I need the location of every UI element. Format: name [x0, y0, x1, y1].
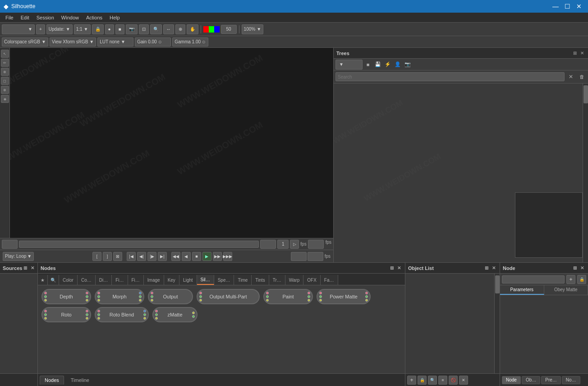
playback-fps-display[interactable]	[291, 252, 307, 261]
tab-tr[interactable]: Tr…	[269, 275, 285, 285]
rewind-fast-btn[interactable]: ◀◀	[171, 252, 180, 261]
nodes-tab-nodes[interactable]: Nodes	[40, 376, 64, 385]
pan-button[interactable]: ✋	[187, 24, 198, 34]
objlist-delete-btn[interactable]: ✕	[459, 376, 468, 385]
trees-expand-btn[interactable]: ⊞	[572, 50, 578, 56]
trees-delete-btn[interactable]: 🗑	[577, 72, 586, 81]
objlist-scrollbar-thumb[interactable]	[495, 275, 500, 293]
transform-button[interactable]: ⊕	[175, 24, 185, 34]
node-morph[interactable]: Morph	[95, 289, 144, 304]
minimize-button[interactable]: —	[550, 2, 561, 11]
tab-color[interactable]: Color	[59, 275, 78, 285]
add-button[interactable]: +	[36, 24, 45, 34]
go-start-btn[interactable]: |◀	[127, 252, 136, 261]
rgb-value-input[interactable]	[221, 25, 237, 34]
lut-dropdown[interactable]: LUT none ▼	[97, 37, 133, 47]
tab-light[interactable]: Light	[179, 275, 197, 285]
menu-edit[interactable]: Edit	[17, 14, 33, 21]
tab-fi1[interactable]: Fi…	[112, 275, 128, 285]
lock-button[interactable]: 🔒	[92, 24, 104, 34]
objlist-close-btn[interactable]: ✕	[491, 265, 497, 271]
mark-in-btn[interactable]: [	[92, 252, 101, 261]
gamma-reset[interactable]: ⊙	[202, 40, 206, 44]
trees-view-dropdown[interactable]: ▼	[335, 60, 363, 70]
node-lock-btn[interactable]: 🔒	[577, 275, 586, 284]
tab-di[interactable]: Di…	[96, 275, 112, 285]
trees-search-clear[interactable]: ✕	[566, 72, 575, 81]
end-frame-input[interactable]	[260, 240, 276, 249]
tab-co[interactable]: Co…	[78, 275, 96, 285]
trees-icon-save[interactable]: 💾	[373, 60, 382, 69]
objlist-menu-btn[interactable]: ≡	[438, 376, 447, 385]
tab-spe[interactable]: Spe…	[214, 275, 234, 285]
loop-mode-dropdown[interactable]: Play: Loop ▼	[3, 252, 34, 261]
trees-icon-user[interactable]: 👤	[393, 60, 402, 69]
screen-button[interactable]: ⊡	[139, 24, 149, 34]
tab-fi2[interactable]: Fi…	[128, 275, 144, 285]
node-output-multipart[interactable]: Output Multi-Part	[197, 289, 260, 304]
node-roto[interactable]: Roto	[41, 307, 91, 322]
tool-select[interactable]: ↖	[1, 50, 9, 58]
close-button[interactable]: ✕	[574, 2, 584, 11]
node-add-btn[interactable]: +	[566, 275, 575, 284]
frame-advance-btn[interactable]: ▷	[290, 240, 299, 249]
ratio-dropdown[interactable]: 1:1 ▼	[74, 24, 91, 34]
maximize-button[interactable]: ☐	[562, 2, 573, 11]
square-button[interactable]: ■	[115, 24, 124, 34]
tab-favorite[interactable]: ★	[38, 275, 48, 285]
start-frame-input[interactable]	[2, 240, 18, 249]
trees-scrollbar[interactable]	[583, 84, 588, 262]
tab-warp[interactable]: Warp	[285, 275, 304, 285]
mark-out-btn[interactable]: ]	[103, 252, 112, 261]
menu-file[interactable]: File	[2, 14, 17, 21]
source-dropdown[interactable]: ▼	[2, 24, 35, 34]
props-tab-obey-matte[interactable]: Obey Matte	[544, 285, 588, 295]
objlist-lock-btn[interactable]: 🔒	[418, 376, 427, 385]
circle-button[interactable]: ●	[105, 24, 114, 34]
node-zmatte[interactable]: zMatte	[152, 307, 198, 322]
node-paint[interactable]: Paint	[263, 289, 313, 304]
play-btn[interactable]: ▶	[202, 252, 211, 261]
objlist-scrollbar[interactable]	[494, 274, 500, 373]
timeline-scrub[interactable]	[19, 241, 259, 248]
nodeprops-close-btn[interactable]: ✕	[579, 265, 585, 271]
fps-value-input[interactable]	[308, 240, 324, 249]
node-power-matte[interactable]: Power Matte	[317, 289, 371, 304]
go-end-btn[interactable]: ▶|	[158, 252, 167, 261]
tool-node[interactable]: ⊕	[1, 86, 9, 94]
menu-actions[interactable]: Actions	[83, 14, 106, 21]
stop-btn[interactable]: ■	[192, 252, 201, 261]
trees-icon-camera[interactable]: 📷	[403, 60, 412, 69]
prev-mark-btn[interactable]: ◀|	[137, 252, 146, 261]
tab-image[interactable]: Image	[144, 275, 164, 285]
menu-session[interactable]: Session	[33, 14, 58, 21]
step-fwd-btn[interactable]: ▶▶	[213, 252, 222, 261]
menu-window[interactable]: Window	[58, 14, 83, 21]
zoom-button[interactable]: 🔍	[150, 24, 162, 34]
tab-sil[interactable]: Sil…	[197, 275, 214, 285]
objlist-expand-btn[interactable]: ⊞	[483, 265, 490, 271]
current-frame-input[interactable]	[277, 240, 289, 249]
node-roto-blend[interactable]: Roto Blend	[95, 307, 149, 322]
update-dropdown[interactable]: Update: ▼	[46, 24, 73, 34]
tool-shape[interactable]: ◻	[1, 77, 9, 85]
tab-search[interactable]: 🔍	[48, 275, 59, 285]
mark-clear-btn[interactable]: ⊠	[113, 252, 122, 261]
step-back-btn[interactable]: ◀	[182, 252, 191, 261]
arrows-button[interactable]: ↔	[163, 24, 174, 34]
gain-reset[interactable]: ⊙	[158, 40, 162, 44]
colorspace-dropdown[interactable]: Colorspace sRGB ▼	[2, 37, 48, 47]
tool-brush[interactable]: ⊗	[1, 68, 9, 76]
tab-time[interactable]: Time	[234, 275, 252, 285]
bottom-tab-node[interactable]: Node	[502, 376, 521, 384]
menu-help[interactable]: Help	[106, 14, 124, 21]
fwd-fast-btn[interactable]: ▶▶▶	[223, 252, 232, 261]
sources-expand-btn[interactable]: ⊞	[22, 265, 28, 271]
trees-search-input[interactable]	[335, 72, 565, 81]
node-name-input[interactable]	[502, 275, 565, 284]
props-tab-parameters[interactable]: Parameters	[500, 285, 544, 295]
bottom-tab-ob[interactable]: Ob…	[522, 376, 540, 384]
tab-key[interactable]: Key	[164, 275, 179, 285]
sources-close-btn[interactable]: ✕	[29, 265, 36, 271]
trees-icon-flash[interactable]: ⚡	[383, 60, 392, 69]
